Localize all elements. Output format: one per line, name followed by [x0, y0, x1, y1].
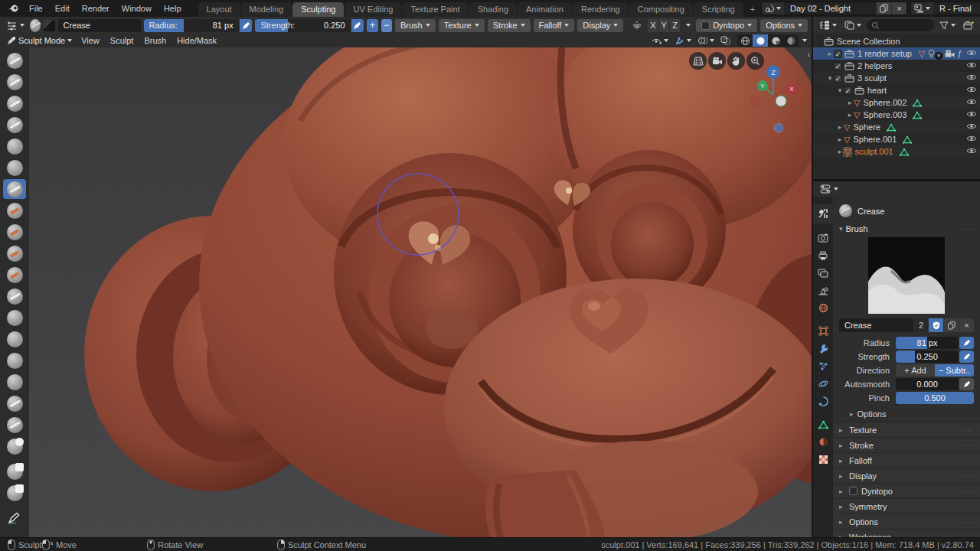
tool-pose-button[interactable]: [3, 393, 26, 413]
properties-tab-material[interactable]: [813, 433, 833, 451]
menu-file[interactable]: File: [23, 2, 49, 15]
dyntopo-panel-checkbox[interactable]: [849, 487, 858, 495]
shading-solid-button[interactable]: [753, 34, 768, 47]
brush-name-input[interactable]: Crease: [839, 318, 913, 332]
outliner-editor-type-button[interactable]: [817, 19, 839, 32]
menu-help[interactable]: Help: [158, 2, 188, 15]
collection-checkbox[interactable]: ✓: [834, 74, 842, 83]
new-scene-button[interactable]: [876, 2, 891, 15]
hide-in-viewport-toggle[interactable]: [966, 110, 977, 119]
outliner-row-scene-collection[interactable]: Scene Collection: [813, 35, 980, 47]
sculpt-model-canvas[interactable]: [0, 47, 812, 537]
viewport-menu-view[interactable]: View: [76, 35, 105, 46]
menu-edit[interactable]: Edit: [49, 2, 76, 15]
menu-render[interactable]: Render: [76, 2, 116, 15]
gizmos-toggle[interactable]: [672, 35, 694, 46]
tool-clay-strips-button[interactable]: [3, 93, 26, 113]
shading-dropdown[interactable]: [802, 39, 807, 42]
hide-in-viewport-toggle[interactable]: [966, 147, 977, 156]
collection-checkbox[interactable]: ✓: [844, 86, 852, 95]
tool-snake-hook-button[interactable]: [3, 350, 26, 370]
scene-icon[interactable]: [762, 2, 784, 15]
outliner-row-sphere[interactable]: ▸▽Sphere: [813, 121, 980, 133]
workspace-tab-rendering[interactable]: Rendering: [573, 2, 629, 17]
editor-type-button[interactable]: [4, 19, 27, 32]
hide-in-viewport-toggle[interactable]: [966, 86, 977, 95]
panel-display-header[interactable]: ▸Display····: [833, 468, 980, 483]
unlink-brush-button[interactable]: ×: [959, 318, 974, 332]
tool-scrape-button[interactable]: [3, 265, 26, 285]
radius-pressure-button[interactable]: [959, 337, 974, 349]
autosmooth-slider[interactable]: 0.000: [896, 378, 959, 390]
display-dropdown[interactable]: Display: [577, 19, 623, 32]
expand-toggle[interactable]: ▸: [846, 111, 854, 119]
scene-name[interactable]: Day 02 - Delight: [784, 4, 876, 13]
active-brush-icon[interactable]: [30, 19, 41, 32]
radius-pressure-button[interactable]: [240, 19, 253, 32]
brush-dropdown[interactable]: Brush: [395, 19, 436, 32]
options-dropdown[interactable]: Options: [760, 19, 808, 32]
panel-drag-handle[interactable]: ····: [962, 426, 974, 434]
tool-annotate-button[interactable]: [3, 508, 26, 528]
workspace-tab-scripting[interactable]: Scripting: [694, 2, 743, 17]
workspace-tab-sculpting[interactable]: Sculpting: [292, 2, 344, 17]
hide-in-viewport-toggle[interactable]: [966, 98, 977, 107]
tool-pinch-button[interactable]: [3, 286, 26, 306]
strength-pressure-button[interactable]: [351, 19, 364, 32]
falloff-dropdown[interactable]: Falloff: [534, 19, 575, 32]
outliner-row-sphere-001[interactable]: ▸▽Sphere.001: [813, 133, 980, 145]
symmetry-y-toggle[interactable]: Y: [659, 19, 670, 32]
expand-toggle[interactable]: ▸: [846, 99, 854, 106]
workspace-tab-shading[interactable]: Shading: [469, 2, 517, 17]
tool-thumb-button[interactable]: [3, 372, 26, 392]
shading-rendered-button[interactable]: [783, 34, 799, 47]
object-visibility-dropdown[interactable]: [649, 36, 671, 46]
properties-tab-scene[interactable]: [813, 282, 833, 299]
overlays-dropdown[interactable]: [695, 35, 717, 46]
outliner-row-2-helpers[interactable]: ✓2 helpers: [813, 60, 980, 72]
properties-tab-output[interactable]: [813, 246, 833, 264]
properties-tab-world[interactable]: [813, 299, 833, 317]
move-view-button[interactable]: [727, 52, 745, 70]
orbit-sphere-icon[interactable]: [773, 122, 784, 133]
expand-toggle[interactable]: ▾: [836, 86, 844, 94]
outliner-display-mode-button[interactable]: [842, 19, 864, 32]
workspace-tab-texture-paint[interactable]: Texture Paint: [402, 2, 468, 17]
tool-layer-button[interactable]: [3, 115, 26, 135]
blender-logo-icon[interactable]: [8, 3, 20, 14]
symmetry-x-toggle[interactable]: X: [648, 19, 658, 32]
hide-in-viewport-toggle[interactable]: [966, 122, 977, 132]
tool-grab-button[interactable]: [3, 308, 26, 328]
texture-dropdown[interactable]: Texture: [439, 19, 485, 32]
fake-user-shield-button[interactable]: [929, 318, 943, 332]
view-layer-name[interactable]: R - Final: [933, 4, 980, 13]
camera-view-button[interactable]: [708, 52, 726, 70]
tool-fill-button[interactable]: [3, 243, 26, 263]
outliner-row-sphere-002[interactable]: ▸▽Sphere.002: [813, 96, 980, 109]
gizmo-y-neg[interactable]: [776, 96, 786, 106]
panel-workspace-header[interactable]: ▸Workspace····: [833, 529, 980, 537]
panel-dyntopo-header[interactable]: ▸Dyntopo····: [833, 483, 980, 498]
hide-in-viewport-toggle[interactable]: [966, 61, 977, 70]
workspace-tab-modeling[interactable]: Modeling: [241, 2, 292, 17]
collection-checkbox[interactable]: ✓: [834, 62, 842, 70]
expand-toggle[interactable]: ▸: [836, 135, 844, 143]
panel-stroke-header[interactable]: ▸Stroke····: [833, 437, 980, 452]
collection-checkbox[interactable]: ✓: [834, 50, 842, 58]
tool-box-hide-button[interactable]: [3, 483, 26, 503]
panel-drag-handle[interactable]: ····: [962, 472, 974, 480]
tool-blob-button[interactable]: [3, 158, 26, 178]
properties-tab-physics[interactable]: [813, 375, 833, 393]
panel-drag-handle[interactable]: ····: [962, 225, 974, 233]
expand-toggle[interactable]: ▾: [826, 74, 834, 82]
properties-tab-constraints[interactable]: [813, 393, 833, 410]
tool-smooth-button[interactable]: [3, 201, 26, 220]
mode-selector[interactable]: Sculpt Mode: [5, 34, 74, 47]
brush-users-count[interactable]: 2: [914, 318, 928, 332]
strength-slider[interactable]: Strength: 0.250: [255, 19, 350, 32]
outliner-row-sphere-003[interactable]: ▸▽Sphere.003: [813, 109, 980, 121]
tool-mask-button[interactable]: [3, 436, 26, 456]
autosmooth-pressure-button[interactable]: [959, 378, 974, 390]
tool-inflate-button[interactable]: [3, 136, 26, 156]
expand-toggle[interactable]: ▸: [836, 148, 844, 155]
